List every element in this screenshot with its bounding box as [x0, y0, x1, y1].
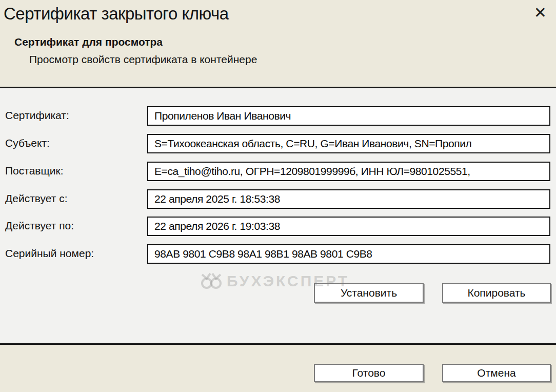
- valid-from-label: Действует с:: [5, 192, 67, 205]
- serial-number-label: Серийный номер:: [5, 247, 94, 260]
- footer-bar: Готово Отмена: [0, 345, 556, 392]
- content-panel: Сертификат: Пропиленов Иван Иванович Суб…: [0, 88, 556, 343]
- issuer-field[interactable]: E=ca_tiho@tiho.ru, ОГРН=120980199999б, И…: [147, 162, 550, 181]
- done-button[interactable]: Готово: [314, 364, 424, 382]
- window-title: Сертификат закрытого ключа: [4, 4, 229, 24]
- wizard-heading: Сертификат для просмотра: [14, 36, 163, 48]
- certificate-field[interactable]: Пропиленов Иван Иванович: [147, 106, 550, 126]
- cancel-button[interactable]: Отмена: [442, 364, 551, 382]
- issuer-label: Поставщик:: [5, 165, 64, 177]
- certificate-label: Сертификат:: [5, 109, 69, 122]
- copy-button[interactable]: Копировать: [442, 283, 551, 303]
- owl-logo-icon: [200, 272, 223, 290]
- close-icon[interactable]: ✕: [534, 4, 547, 22]
- valid-from-field[interactable]: 22 апреля 2025 г. 18:53:38: [147, 189, 550, 209]
- subject-label: Субъект:: [5, 137, 50, 149]
- install-button[interactable]: Установить: [314, 283, 424, 303]
- wizard-subheading: Просмотр свойств сертификата в контейнер…: [29, 53, 257, 66]
- serial-number-field[interactable]: 98AB 9801 C9B8 98A1 98B1 98AB 9801 C9B8: [147, 244, 550, 264]
- title-bar: Сертификат закрытого ключа ✕: [0, 0, 556, 30]
- valid-to-field[interactable]: 22 апреля 2026 г. 19:03:38: [147, 217, 550, 236]
- certificate-dialog: Сертификат закрытого ключа ✕ Сертификат …: [0, 0, 556, 392]
- valid-to-label: Действует по:: [5, 220, 74, 232]
- subject-field[interactable]: S=Тихоокеанская область, C=RU, G=Иван Ив…: [147, 134, 550, 153]
